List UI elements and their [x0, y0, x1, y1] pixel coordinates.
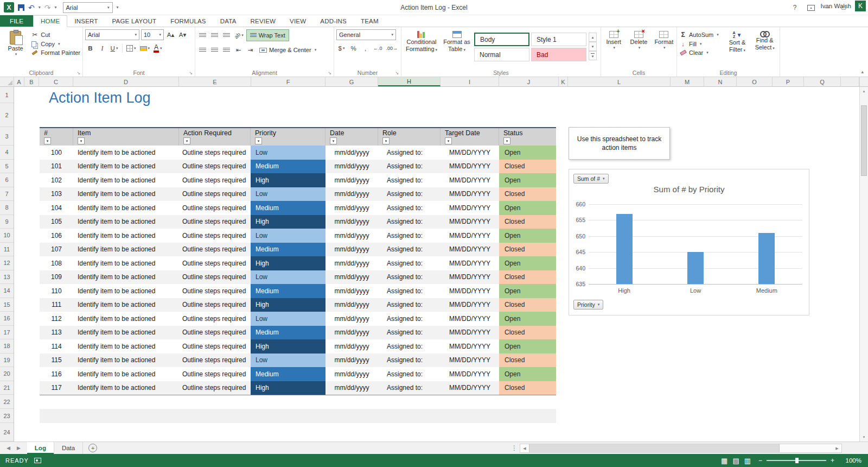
conditional-formatting-button[interactable]: Conditional Formatting▾: [404, 29, 439, 68]
filter-button[interactable]: ▾: [382, 137, 390, 144]
cell-item[interactable]: Identify item to be actioned: [73, 339, 179, 354]
sheet-nav-right-icon[interactable]: ▶: [17, 445, 21, 451]
cell-item[interactable]: Identify item to be actioned: [73, 256, 179, 270]
cell-num[interactable]: 106: [40, 229, 73, 243]
gallery-up-button[interactable]: ▴: [589, 33, 597, 42]
cell-action[interactable]: Outline steps required: [179, 160, 251, 174]
cell-role[interactable]: Assigned to:: [378, 173, 441, 187]
fill-button[interactable]: ↓Fill▾: [679, 41, 723, 47]
scroll-up-icon[interactable]: ▴: [860, 87, 868, 96]
cell-item[interactable]: Identify item to be actioned: [73, 312, 179, 326]
cell-action[interactable]: Outline steps required: [179, 381, 251, 395]
cell-target-date[interactable]: MM/DD/YYYY: [441, 201, 499, 215]
cell-num[interactable]: 103: [40, 187, 73, 201]
cell-priority[interactable]: High: [251, 298, 326, 312]
align-bottom-button[interactable]: [221, 30, 232, 41]
format-cells-button[interactable]: Format ▾: [654, 29, 674, 68]
table-header-cell[interactable]: Item ▾: [73, 128, 179, 146]
row-header[interactable]: 17: [0, 326, 14, 340]
cell-target-date[interactable]: MM/DD/YYYY: [441, 284, 499, 298]
row-header[interactable]: 16: [0, 312, 14, 326]
style-chip[interactable]: Normal: [474, 48, 529, 61]
chart-bar[interactable]: [758, 233, 775, 284]
vertical-scrollbar[interactable]: ▴ ▾: [859, 87, 868, 441]
ribbon-tab[interactable]: INSERT: [67, 15, 105, 27]
cell-action[interactable]: Outline steps required: [179, 367, 251, 381]
zoom-level[interactable]: 100%: [842, 457, 861, 464]
percent-style-button[interactable]: %: [348, 43, 359, 54]
zoom-out-button[interactable]: −: [758, 457, 762, 464]
table-header-cell[interactable]: Status ▾: [499, 128, 556, 146]
cell-action[interactable]: Outline steps required: [179, 187, 251, 201]
qat-customize-icon[interactable]: ▾: [117, 5, 119, 10]
row-header[interactable]: 21: [0, 381, 14, 395]
column-header[interactable]: J: [499, 77, 559, 86]
cell-priority[interactable]: High: [251, 215, 326, 229]
italic-button[interactable]: I: [97, 43, 107, 54]
cell-num[interactable]: 116: [40, 367, 73, 381]
zoom-slider[interactable]: [767, 460, 826, 461]
cell-role[interactable]: Assigned to:: [378, 229, 441, 243]
column-header[interactable]: P: [773, 77, 804, 86]
zoom-in-button[interactable]: +: [831, 457, 834, 464]
cell-date[interactable]: mm/dd/yyyy: [326, 243, 378, 257]
row-header[interactable]: 24: [0, 423, 14, 441]
cell-num[interactable]: 112: [40, 312, 73, 326]
cell-item[interactable]: Identify item to be actioned: [73, 173, 179, 187]
chart-bar[interactable]: [687, 252, 704, 284]
cell-date[interactable]: mm/dd/yyyy: [326, 381, 378, 395]
table-header-cell[interactable]: Priority ▾: [251, 128, 326, 146]
filter-button[interactable]: ▾: [330, 137, 337, 144]
style-chip[interactable]: Bad: [531, 48, 586, 61]
cell-status[interactable]: Open: [499, 173, 556, 187]
cell-num[interactable]: 100: [40, 146, 73, 160]
cell-status[interactable]: Closed: [499, 215, 556, 229]
cell-target-date[interactable]: MM/DD/YYYY: [441, 187, 499, 201]
cell-item[interactable]: Identify item to be actioned: [73, 284, 179, 298]
cell-priority[interactable]: Medium: [251, 326, 326, 340]
cell-status[interactable]: Closed: [499, 354, 556, 368]
pivot-chart[interactable]: Sum of #▾ Sum of # by Priority 660655650…: [569, 169, 809, 315]
cell-priority[interactable]: High: [251, 381, 326, 395]
cell-date[interactable]: mm/dd/yyyy: [326, 326, 378, 340]
cell-action[interactable]: Outline steps required: [179, 243, 251, 257]
qat-font-combo[interactable]: Arial ▾: [63, 2, 113, 13]
number-dialog-launcher[interactable]: ↘: [395, 71, 399, 75]
cell-role[interactable]: Assigned to:: [378, 326, 441, 340]
cell-date[interactable]: mm/dd/yyyy: [326, 173, 378, 187]
row-header[interactable]: 4: [0, 146, 14, 160]
cell-priority[interactable]: Medium: [251, 284, 326, 298]
cell-action[interactable]: Outline steps required: [179, 270, 251, 285]
wrap-text-button[interactable]: Wrap Text: [246, 29, 289, 41]
cell-status[interactable]: Open: [499, 367, 556, 381]
cell-priority[interactable]: Low: [251, 146, 326, 160]
comma-style-button[interactable]: ,: [360, 43, 371, 54]
cell-status[interactable]: Open: [499, 229, 556, 243]
horizontal-scrollbar[interactable]: ◀ ▶: [520, 444, 842, 453]
cell-priority[interactable]: Low: [251, 270, 326, 285]
cell-target-date[interactable]: MM/DD/YYYY: [441, 173, 499, 187]
table-header-cell[interactable]: # ▾: [40, 128, 73, 146]
cell-num[interactable]: 115: [40, 354, 73, 368]
style-chip[interactable]: Style 1: [531, 33, 586, 46]
column-header[interactable]: I: [441, 77, 499, 86]
filter-button[interactable]: ▾: [445, 137, 452, 144]
ribbon-display-options-button[interactable]: ▴: [803, 0, 819, 15]
page-layout-view-icon[interactable]: ▤: [732, 457, 739, 465]
cell-role[interactable]: Assigned to:: [378, 256, 441, 270]
cell-role[interactable]: Assigned to:: [378, 312, 441, 326]
merge-center-button[interactable]: Merge & Center▾: [257, 44, 318, 56]
decrease-decimal-button[interactable]: .00→: [385, 43, 399, 54]
table-header-cell[interactable]: Date ▾: [326, 128, 378, 146]
row-header[interactable]: 18: [0, 339, 14, 354]
shrink-font-button[interactable]: A▾: [177, 29, 188, 40]
format-painter-button[interactable]: Format Painter: [31, 49, 80, 56]
cell-action[interactable]: Outline steps required: [179, 256, 251, 270]
ribbon-tab[interactable]: REVIEW: [244, 15, 283, 27]
cell-action[interactable]: Outline steps required: [179, 229, 251, 243]
row-header[interactable]: 15: [0, 298, 14, 312]
cell-priority[interactable]: Medium: [251, 160, 326, 174]
increase-indent-button[interactable]: ⇥: [245, 45, 256, 55]
cell-target-date[interactable]: MM/DD/YYYY: [441, 354, 499, 368]
cell-item[interactable]: Identify item to be actioned: [73, 187, 179, 201]
